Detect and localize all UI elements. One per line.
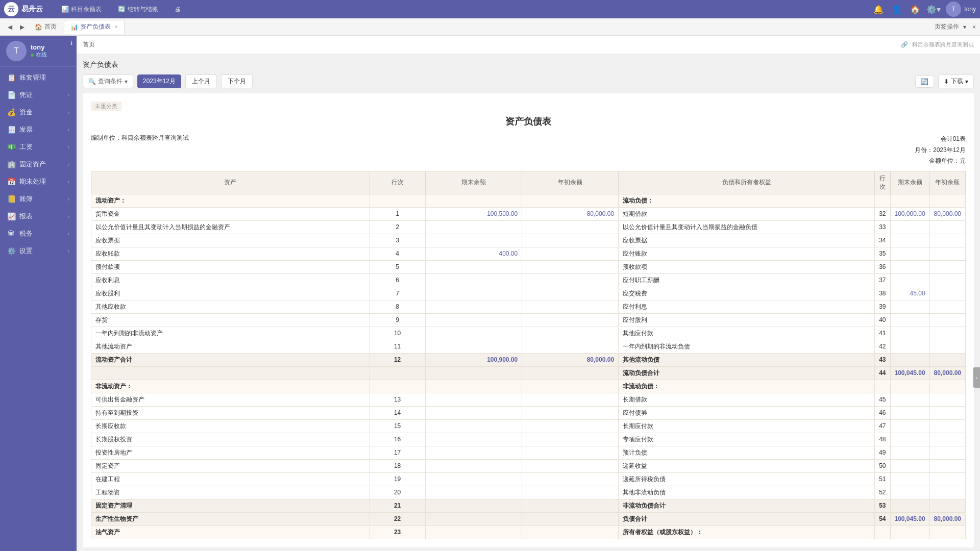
app-logo[interactable]: 云 易舟云 [4, 2, 43, 16]
right-year-begin [929, 353, 965, 366]
left-year-begin [522, 419, 619, 433]
current-assets-label: 流动资产： [91, 194, 370, 207]
right-end-balance [890, 393, 929, 406]
left-end-balance: 100,900.00 [425, 353, 522, 366]
left-end-balance [425, 273, 522, 287]
notification-icon[interactable]: 🔔 [872, 3, 885, 15]
menu-carry-forward[interactable]: 🔄 结转与结账 [114, 3, 162, 16]
col-year-begin2: 年初余额 [929, 171, 965, 194]
tab-prev-btn[interactable]: ◀ [4, 21, 15, 33]
left-year-begin [522, 366, 619, 380]
left-end-balance [425, 512, 522, 525]
left-row-num: 13 [370, 393, 425, 406]
left-year-begin [522, 393, 619, 406]
left-row-num: 22 [370, 512, 425, 525]
sidebar-item-voucher[interactable]: 📄 凭证 › [0, 86, 77, 104]
breadcrumb-home[interactable]: 首页 [83, 40, 95, 49]
sidebar-item-salary[interactable]: 💵 工资 › [0, 138, 77, 156]
right-row-num: 46 [875, 406, 890, 419]
right-label: 所有者权益（或股东权益）： [619, 525, 875, 539]
right-end-balance [890, 380, 929, 393]
sidebar-item-account-management[interactable]: 📋 账套管理 [0, 69, 77, 86]
download-btn[interactable]: ⬇ 下载 ▾ [938, 74, 974, 88]
menu-icon-1: 📊 [61, 6, 69, 13]
right-label: 专项应付款 [619, 433, 875, 446]
tab-close-btn[interactable]: × [115, 24, 118, 30]
left-row-num: 5 [370, 260, 425, 273]
sidebar-item-period-end[interactable]: 📅 期末处理 › [0, 173, 77, 190]
left-end-balance [425, 393, 522, 406]
sidebar-item-tax[interactable]: 🏛 税务 › [0, 225, 77, 242]
tab-close-all-btn[interactable]: × [972, 23, 976, 31]
left-end-balance [425, 340, 522, 353]
table-row: 油气资产 23 所有者权益（或股东权益）： [91, 525, 966, 539]
main-layout: T tony 在线 ℹ 📋 账套管理 📄 凭证 › 💰 [0, 36, 980, 551]
settings-dropdown-icon[interactable]: ⚙️▾ [927, 3, 940, 15]
info-icon[interactable]: ℹ [70, 40, 72, 46]
not-assigned-label: 未重分类 [91, 102, 966, 115]
left-row-num: 7 [370, 287, 425, 300]
right-row-num: 51 [875, 472, 890, 486]
refresh-btn[interactable]: 🔄 [915, 76, 934, 88]
left-end-balance [425, 406, 522, 419]
right-label: 长期应付款 [619, 419, 875, 433]
tab-home[interactable]: 🏠 首页 [29, 20, 63, 34]
topbar: 云 易舟云 📊 科目余额表 🔄 结转与结账 🖨 🔔 👤 🏠 ⚙️▾ T tony [0, 0, 980, 18]
left-year-begin [522, 220, 619, 234]
user-icon[interactable]: 👤 [891, 3, 903, 15]
right-label: 递延所得税负债 [619, 472, 875, 486]
current-month-btn[interactable]: 2023年12月 [137, 74, 181, 88]
left-year-begin [522, 327, 619, 340]
right-row-num: 37 [875, 273, 890, 287]
right-end-balance [890, 486, 929, 499]
right-end-balance: 100,000.00 [890, 207, 929, 220]
filter-condition-btn[interactable]: 🔍 查询条件 ▾ [83, 74, 133, 88]
user-info[interactable]: T tony [946, 2, 976, 17]
tab-next-btn[interactable]: ▶ [16, 21, 28, 33]
menu-subject-balance[interactable]: 📊 科目余额表 [57, 3, 106, 16]
prev-month-btn[interactable]: 上个月 [185, 74, 217, 88]
tab-balance-sheet[interactable]: 📊 资产负债表 × [64, 20, 125, 34]
content-header-right: 🔗 科目余额表跨月查询测试 [901, 41, 974, 48]
left-end-balance [425, 366, 522, 380]
next-month-btn[interactable]: 下个月 [221, 74, 253, 88]
sidebar-item-reports[interactable]: 📈 报表 › [0, 208, 77, 225]
sidebar-item-settings[interactable]: ⚙️ 设置 › [0, 242, 77, 260]
sidebar-item-invoice[interactable]: 🧾 发票 › [0, 121, 77, 138]
left-label: 生产性生物资产 [91, 512, 370, 525]
sidebar-item-ledger[interactable]: 📒 账簿 › [0, 190, 77, 208]
left-row-num: 11 [370, 340, 425, 353]
home-icon[interactable]: 🏠 [909, 3, 921, 15]
home-tab-icon: 🏠 [35, 23, 42, 31]
right-label: 应交税费 [619, 287, 875, 300]
tab-more-btn[interactable]: 页签操作 ▾ × [935, 22, 976, 31]
right-year-begin [929, 380, 965, 393]
left-label: 持有至到期投资 [91, 406, 370, 419]
chevron-right-icon-7: › [68, 196, 69, 202]
account-unit: 会计01表 [915, 134, 966, 145]
menu-print[interactable]: 🖨 [170, 4, 185, 15]
right-row-num: 48 [875, 433, 890, 446]
report-meta-right: 会计01表 月份：2023年12月 金额单位：元 [915, 134, 966, 167]
left-row-num: 23 [370, 525, 425, 539]
left-end-balance [425, 446, 522, 459]
left-row-num: 16 [370, 433, 425, 446]
sidebar-item-fixed-assets[interactable]: 🏢 固定资产 › [0, 156, 77, 173]
right-label: 应收票据 [619, 234, 875, 247]
chevron-right-icon-10: › [68, 248, 69, 254]
table-row: 流动资产合计 12 100,900.00 80,000.00 其他流动负债 43 [91, 353, 966, 366]
left-label: 应收账款 [91, 247, 370, 260]
right-year-begin [929, 313, 965, 327]
col-end-balance2: 期末余额 [890, 171, 929, 194]
col-row-num: 行次 [370, 171, 425, 194]
topbar-right: 🔔 👤 🏠 ⚙️▾ T tony [872, 2, 976, 17]
right-year-begin: 80,000.00 [929, 512, 965, 525]
left-label: 以公允价值计量且其变动计入当期损益的金融资产 [91, 220, 370, 234]
table-row: 非流动资产： 非流动负债： [91, 380, 966, 393]
right-end-balance [890, 313, 929, 327]
right-year-begin [929, 340, 965, 353]
sidebar-item-funds[interactable]: 💰 资金 › [0, 104, 77, 121]
table-row: 生产性生物资产 22 负债合计 54 100,045.00 80,000.00 [91, 512, 966, 525]
right-label: 非流动负债： [619, 380, 875, 393]
table-row: 流动负债合计 44 100,045.00 80,000.00 [91, 366, 966, 380]
